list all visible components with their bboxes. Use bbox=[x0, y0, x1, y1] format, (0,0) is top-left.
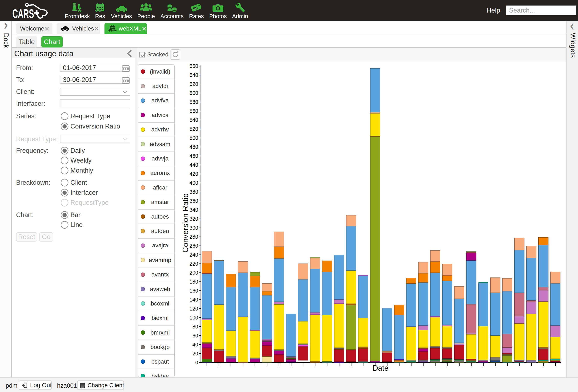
svg-text:400: 400 bbox=[190, 180, 198, 186]
svg-text:220: 220 bbox=[190, 261, 198, 267]
svg-text:20: 20 bbox=[193, 351, 198, 356]
svg-text:480: 480 bbox=[190, 144, 198, 150]
svg-text:380: 380 bbox=[190, 189, 198, 195]
svg-text:440: 440 bbox=[190, 162, 198, 168]
svg-text:60: 60 bbox=[193, 333, 198, 339]
svg-text:280: 280 bbox=[190, 234, 198, 240]
svg-text:CARS: CARS bbox=[12, 7, 34, 21]
svg-text:120: 120 bbox=[190, 306, 198, 312]
svg-text:Date: Date bbox=[373, 364, 388, 372]
svg-text:100: 100 bbox=[190, 315, 198, 321]
svg-text:180: 180 bbox=[190, 279, 198, 285]
svg-text:320: 320 bbox=[190, 216, 198, 222]
svg-text:300: 300 bbox=[190, 225, 198, 231]
svg-text:640: 640 bbox=[190, 72, 198, 78]
svg-text:540: 540 bbox=[190, 117, 198, 123]
svg-text:260: 260 bbox=[190, 243, 198, 249]
svg-text:460: 460 bbox=[190, 153, 198, 159]
svg-text:200: 200 bbox=[190, 270, 198, 276]
svg-text:580: 580 bbox=[190, 99, 198, 105]
svg-text:40: 40 bbox=[193, 342, 198, 347]
svg-text:660: 660 bbox=[190, 63, 198, 69]
svg-text:Conversion Ratio: Conversion Ratio bbox=[181, 193, 190, 253]
svg-text:340: 340 bbox=[190, 207, 198, 213]
svg-text:600: 600 bbox=[190, 90, 198, 96]
svg-text:80: 80 bbox=[193, 324, 198, 330]
svg-text:360: 360 bbox=[190, 198, 198, 204]
svg-text:520: 520 bbox=[190, 126, 198, 132]
svg-text:500: 500 bbox=[190, 135, 198, 141]
svg-text:140: 140 bbox=[190, 297, 198, 302]
svg-text:0: 0 bbox=[195, 360, 198, 365]
svg-text:620: 620 bbox=[190, 81, 198, 87]
svg-text:420: 420 bbox=[190, 171, 198, 177]
svg-text:560: 560 bbox=[190, 108, 198, 114]
svg-text:160: 160 bbox=[190, 288, 198, 294]
svg-text:240: 240 bbox=[190, 252, 198, 258]
